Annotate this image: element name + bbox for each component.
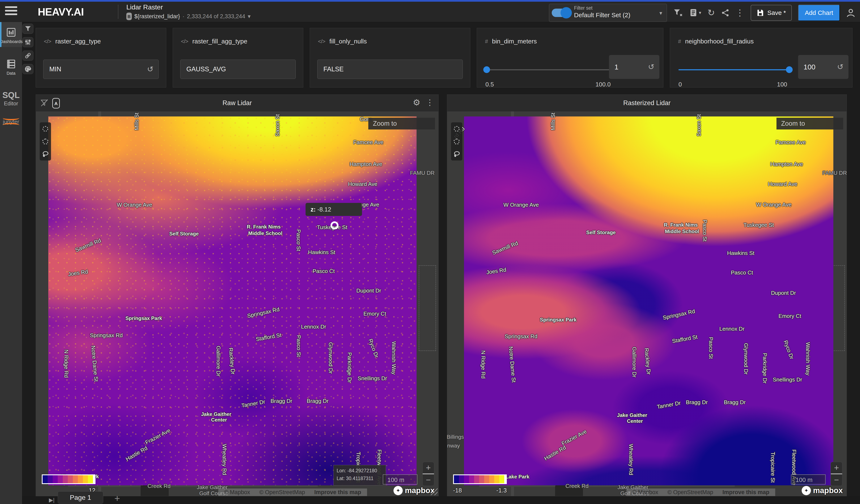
card-bin-dim-meters: #bin_dim_meters 0.5 100.0 1 ↺ xyxy=(477,28,663,87)
mapbox-credit[interactable]: © Mapbox xyxy=(632,489,658,495)
kebab-menu-icon[interactable]: ⋮ xyxy=(735,8,744,18)
lasso-select-icon[interactable] xyxy=(453,150,460,158)
map-label: Hampton Ave xyxy=(770,161,803,168)
refresh-icon[interactable]: ↻ xyxy=(707,8,715,18)
map-label: Gallimore Dr xyxy=(215,346,221,376)
middot: · xyxy=(183,13,185,20)
hover-point-marker xyxy=(331,221,339,229)
panel-title: Raw Lidar xyxy=(36,99,439,107)
user-account-icon[interactable] xyxy=(846,8,855,17)
legend-swatch xyxy=(474,475,479,483)
zoom-to-button[interactable]: Zoom to xyxy=(368,118,435,129)
mapbox-logo[interactable]: ✦ mapbox xyxy=(802,486,843,495)
raster-agg-type-input[interactable]: MIN ↺ xyxy=(43,60,159,79)
mapbox-logo-icon: ✦ xyxy=(802,486,811,495)
zoom-in-button[interactable]: + xyxy=(831,462,842,474)
improve-map-link[interactable]: Improve this map xyxy=(722,489,769,495)
map-label: Middle School xyxy=(665,229,699,234)
reset-icon[interactable]: ↺ xyxy=(147,60,154,79)
filter-set-toggle[interactable] xyxy=(552,9,571,17)
circle-select-icon[interactable] xyxy=(453,125,460,132)
chevron-down-icon[interactable]: ▾ xyxy=(248,13,250,20)
zoom-out-button[interactable]: − xyxy=(831,474,842,486)
map-label: Bragg Dr xyxy=(724,399,746,405)
color-legend[interactable]: -18 -1.3 xyxy=(453,474,507,494)
filters-tab-button[interactable] xyxy=(23,24,33,34)
map-label: Parkridge Dr xyxy=(761,353,768,384)
zoom-in-button[interactable]: + xyxy=(422,462,434,474)
bin-dim-slider[interactable] xyxy=(485,69,611,70)
bin-dim-value-box[interactable]: 1 ↺ xyxy=(609,55,659,79)
share-icon[interactable] xyxy=(721,9,729,17)
sidebar-item-sql-editor[interactable]: SQL Editor xyxy=(0,90,22,107)
rasterized-lidar-map[interactable]: Zoom to -18 -1.3 100 m + − © Mapbox © Op… xyxy=(447,112,847,496)
fill-only-nulls-input[interactable]: FALSE xyxy=(317,60,463,79)
map-label: R. Frank Nims xyxy=(247,224,281,230)
map-label: Springsax Rd xyxy=(505,333,538,340)
map-label: Lennox Dr xyxy=(301,323,326,330)
add-chart-button[interactable]: Add Chart xyxy=(798,5,840,21)
fill-radius-slider[interactable] xyxy=(678,69,789,70)
sliders-icon xyxy=(25,39,31,45)
card-title: fill_only_nulls xyxy=(329,38,367,45)
dashboard-source-row[interactable]: B ${rasterized_lidar} · 2,333,244 of 2,3… xyxy=(126,13,250,20)
kebab-menu-icon[interactable]: ⋮ xyxy=(426,98,434,107)
raw-lidar-map[interactable]: Zoom to z: -8.12 12 Lon: -84.29272180 La… xyxy=(36,112,439,496)
reset-icon[interactable]: ↺ xyxy=(837,55,843,79)
map-label: Pasco St xyxy=(702,220,708,242)
gear-icon[interactable]: ⚙ xyxy=(413,98,420,107)
map-label: Snellings Dr xyxy=(358,375,387,382)
zoom-out-button[interactable]: − xyxy=(422,474,434,486)
main-sidebar: Dashboards Data SQL Editor jupyter xyxy=(0,22,22,504)
map-label: Wahnish Way xyxy=(390,341,397,375)
slider-thumb[interactable] xyxy=(483,66,490,73)
save-button[interactable]: Save * xyxy=(751,5,792,21)
map-label: Tuskegee St xyxy=(744,221,774,228)
legend-swatch xyxy=(83,475,88,483)
panel-title: Rasterized Lidar xyxy=(447,99,847,107)
parameters-tab-button[interactable] xyxy=(23,37,33,47)
slider-thumb[interactable] xyxy=(786,66,793,73)
page-indicator[interactable]: Page 1 xyxy=(58,491,103,504)
skip-to-end-icon[interactable]: ▶| xyxy=(49,497,55,503)
polygon-select-icon[interactable] xyxy=(453,138,460,145)
fill-radius-value-box[interactable]: 100 ↺ xyxy=(798,55,848,79)
lasso-select-icon[interactable] xyxy=(42,150,49,158)
dashboard-title[interactable]: Lidar Raster xyxy=(126,3,163,11)
sidebar-item-jupyter[interactable]: jupyter xyxy=(0,116,22,127)
legend-swatch xyxy=(58,475,63,483)
osm-credit[interactable]: © OpenStreetMap xyxy=(667,489,713,495)
annotations-icon[interactable]: ▾ xyxy=(689,9,701,17)
osm-credit[interactable]: © OpenStreetMap xyxy=(259,489,305,495)
heavyai-dashboard: HEAVY.AI Lidar Raster B ${rasterized_lid… xyxy=(0,0,860,504)
links-tab-button[interactable] xyxy=(23,51,33,61)
improve-map-link[interactable]: Improve this map xyxy=(314,489,361,495)
chevron-down-icon[interactable]: ▾ xyxy=(699,10,701,16)
polygon-select-icon[interactable] xyxy=(42,138,49,145)
jupyter-icon: jupyter xyxy=(2,116,20,127)
map-label: Bragg Dr xyxy=(307,398,329,404)
chevron-down-icon[interactable]: ▾ xyxy=(659,10,662,16)
theme-palette-tab-button[interactable] xyxy=(23,64,33,74)
slider-min-label: 0 xyxy=(678,81,682,88)
clear-filters-icon[interactable] xyxy=(673,9,683,17)
data-manager-icon xyxy=(6,66,16,70)
mapbox-logo[interactable]: ✦ mapbox xyxy=(393,486,435,495)
map-label: Hawkins St xyxy=(308,249,335,255)
raster-fill-agg-type-input[interactable]: GAUSS_AVG xyxy=(180,60,296,79)
add-page-icon[interactable]: + xyxy=(114,493,120,504)
color-legend[interactable]: 12 xyxy=(42,474,96,494)
map-label: Howard Ave xyxy=(768,181,798,187)
reset-icon[interactable]: ↺ xyxy=(648,55,654,79)
hamburger-menu-icon[interactable] xyxy=(5,6,17,17)
sidebar-item-data[interactable]: Data xyxy=(0,53,22,78)
mapbox-credit[interactable]: © Mapbox xyxy=(224,489,250,495)
zoom-to-button[interactable]: Zoom to xyxy=(776,118,843,129)
panel-header: Rasterized Lidar xyxy=(447,95,847,112)
filter-set-dropdown[interactable]: Filter set Default Filter Set (2) ▾ xyxy=(549,4,667,22)
legend-swatch xyxy=(464,475,469,483)
circle-select-icon[interactable] xyxy=(42,125,49,132)
map-label: Wheatley Rd xyxy=(221,444,228,475)
sidebar-item-dashboards[interactable]: Dashboards xyxy=(0,22,22,47)
map-label: enway xyxy=(447,442,460,449)
